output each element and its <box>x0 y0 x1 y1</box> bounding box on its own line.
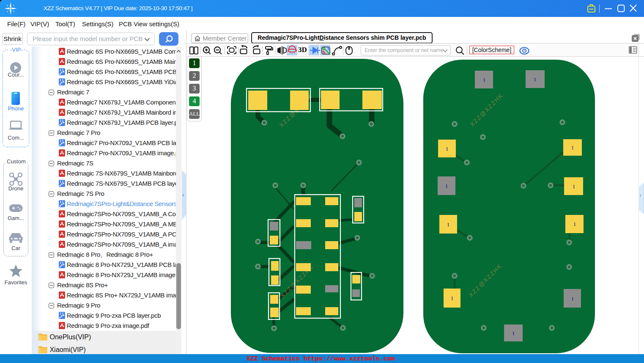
svg-text:1: 1 <box>446 146 449 152</box>
svg-text:1: 1 <box>534 76 537 82</box>
svg-text:1: 1 <box>571 144 574 151</box>
svg-text:1: 1 <box>512 330 515 336</box>
svg-text:1: 1 <box>571 295 574 302</box>
svg-text:1: 1 <box>445 183 448 189</box>
svg-text:1: 1 <box>573 183 575 190</box>
svg-text:1: 1 <box>451 295 454 301</box>
svg-text:1: 1 <box>573 221 576 227</box>
svg-text:1: 1 <box>447 221 450 228</box>
svg-text:1: 1 <box>483 77 486 83</box>
